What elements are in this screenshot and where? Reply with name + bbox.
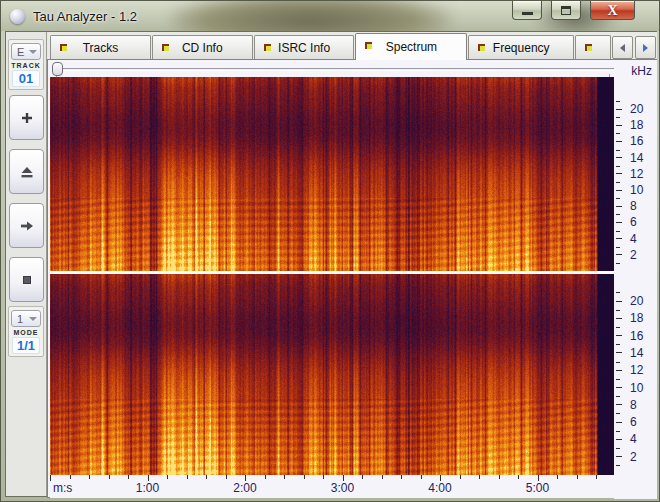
khz-tick: 8 — [614, 398, 657, 412]
close-icon: X — [607, 2, 617, 19]
time-tick-mark — [50, 475, 51, 481]
mode-selector[interactable]: 1 — [11, 310, 41, 327]
tab-indicator-icon — [60, 44, 67, 51]
freq-axis-top: 20 18 16 14 — [614, 77, 657, 271]
tick-mark — [616, 190, 622, 191]
drive-track-box: E TRACK 01 — [8, 39, 44, 90]
tab-label: ISRC Info — [278, 41, 330, 55]
minor-tick-mark — [616, 247, 620, 248]
time-tick-mark — [479, 475, 480, 479]
slider-track[interactable] — [52, 68, 614, 71]
tick-mark — [616, 109, 622, 110]
khz-tick: 14 — [614, 151, 657, 165]
tick-mark — [616, 404, 622, 405]
tab-isrc-info[interactable]: ISRC Info — [254, 35, 355, 59]
app-sphere-icon[interactable] — [10, 9, 25, 24]
time-tick-mark — [70, 475, 71, 479]
time-tick-mark — [499, 475, 500, 479]
minor-tick-mark — [616, 292, 620, 293]
minor-tick-mark — [616, 413, 620, 414]
khz-tick: 2 — [614, 450, 657, 464]
time-tick-mark — [382, 475, 383, 479]
drive-selector[interactable]: E — [11, 43, 41, 60]
chevron-down-icon — [29, 50, 37, 54]
scroll-right-arrow-icon — [643, 44, 648, 52]
add-track-button[interactable] — [9, 95, 44, 140]
client-area: E TRACK 01 — [5, 31, 657, 497]
mode-value: 1/1 — [12, 337, 40, 354]
tab-indicator-icon — [264, 44, 271, 51]
arrow-right-icon — [19, 218, 35, 234]
spectrogram-left-channel — [50, 77, 614, 271]
time-tick-mark — [284, 475, 285, 479]
time-tick-mark — [206, 475, 207, 479]
minimize-button[interactable] — [512, 1, 542, 20]
stop-icon — [19, 272, 35, 288]
chevron-down-icon — [29, 317, 37, 321]
time-tick-label: 5:00 — [526, 481, 549, 495]
khz-tick: 6 — [614, 415, 657, 429]
tab-spectrum[interactable]: Spectrum — [355, 33, 467, 60]
time-tick-mark — [89, 475, 90, 479]
tab-frequency[interactable]: Frequency — [468, 35, 574, 59]
time-tick-mark — [538, 475, 539, 481]
time-tick-mark — [187, 475, 188, 479]
minor-tick-mark — [616, 310, 620, 311]
tab-partial[interactable] — [575, 35, 611, 59]
close-button[interactable]: X — [590, 1, 635, 20]
slider-thumb[interactable] — [52, 62, 63, 76]
tick-mark — [616, 335, 622, 336]
time-tick-label: 2:00 — [233, 481, 256, 495]
minor-tick-mark — [616, 166, 620, 167]
tick-mark — [616, 439, 622, 440]
freq-axis-bottom: 20 18 16 14 — [614, 274, 657, 475]
minor-tick-mark — [616, 133, 620, 134]
stop-button[interactable] — [9, 257, 44, 302]
tick-mark — [616, 238, 622, 239]
maximize-button[interactable] — [551, 1, 581, 20]
khz-tick: 8 — [614, 199, 657, 213]
minor-tick-mark — [616, 214, 620, 215]
tick-mark — [616, 157, 622, 158]
mode-label: MODE — [10, 329, 42, 336]
time-tick-label: 3:00 — [331, 481, 354, 495]
minor-tick-mark — [616, 379, 620, 380]
minor-tick-mark — [616, 182, 620, 183]
time-tick-mark — [557, 475, 558, 479]
khz-tick: 20 — [614, 294, 657, 308]
khz-tick: 18 — [614, 118, 657, 132]
time-tick-mark — [577, 475, 578, 479]
minor-tick-mark — [616, 231, 620, 232]
eject-button[interactable] — [9, 149, 44, 194]
tick-mark — [616, 352, 622, 353]
khz-tick: 2 — [614, 248, 657, 262]
khz-tick: 12 — [614, 363, 657, 377]
next-track-button[interactable] — [9, 203, 44, 248]
khz-tick: 4 — [614, 432, 657, 446]
tick-mark — [616, 254, 622, 255]
tick-mark — [616, 206, 622, 207]
time-tick-mark — [323, 475, 324, 479]
tick-mark — [616, 387, 622, 388]
time-ruler: m:s 1:002:003:004:005:00 — [50, 475, 657, 498]
tab-strip: Tracks CD Info ISRC Info Spectrum Freque… — [47, 32, 657, 59]
tab-cd-info[interactable]: CD Info — [152, 35, 253, 59]
time-tick-mark — [596, 475, 597, 479]
time-tick-mark — [128, 475, 129, 479]
time-tick-mark — [401, 475, 402, 479]
time-tick-mark — [440, 475, 441, 481]
time-axis-origin: m:s — [53, 481, 72, 495]
tab-label: CD Info — [182, 41, 223, 55]
titlebar[interactable]: Tau Analyzer - 1.2 X — [1, 1, 660, 31]
transport-sidebar: E TRACK 01 — [6, 32, 47, 496]
time-tick-mark — [109, 475, 110, 479]
frequency-axis: kHz 20 18 16 — [614, 60, 657, 499]
minor-tick-mark — [616, 396, 620, 397]
tab-tracks[interactable]: Tracks — [50, 35, 151, 59]
tick-mark — [616, 301, 622, 302]
position-slider[interactable] — [50, 61, 614, 76]
time-tick-mark — [245, 475, 246, 481]
tab-scroll-left-button[interactable] — [612, 36, 633, 59]
minor-tick-mark — [616, 465, 620, 466]
tab-scroll-right-button[interactable] — [635, 36, 656, 59]
